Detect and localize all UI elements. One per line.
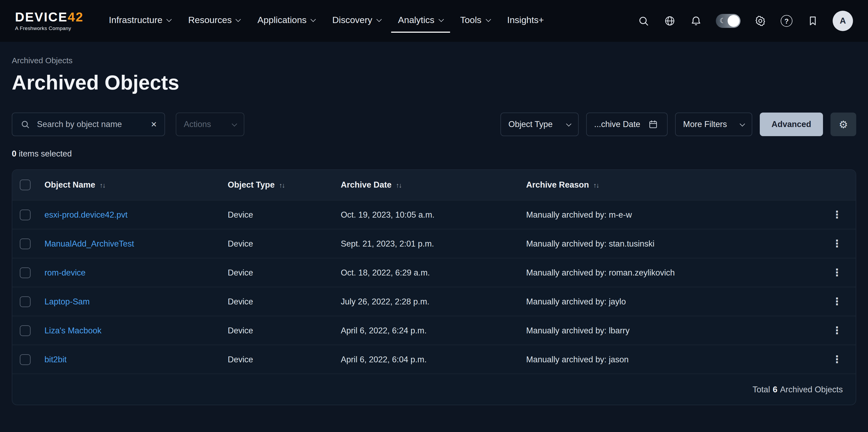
archive-date-cell: Sept. 21, 2023, 2:01 p.m.	[341, 239, 526, 248]
nav-item-tools[interactable]: Tools	[453, 9, 497, 32]
page-title: Archived Objects	[12, 71, 856, 94]
toolbar: ✕ Actions Object Type ...chive Date	[12, 113, 856, 136]
column-label: Archive Reason	[526, 180, 589, 189]
archive-reason-cell: Manually archived by: roman.zeylikovich	[526, 268, 825, 277]
chevron-down-icon	[486, 17, 491, 22]
row-menu-kebab-icon[interactable]: ⋮	[825, 238, 856, 250]
archive-reason-cell: Manually archived by: lbarry	[526, 326, 825, 335]
archive-reason-cell: Manually archived by: m-e-w	[526, 210, 825, 219]
nav-item-label: Applications	[257, 15, 307, 26]
row-menu-kebab-icon[interactable]: ⋮	[825, 209, 856, 221]
nav-item-label: Analytics	[398, 15, 435, 26]
nav-item-label: Infrastructure	[109, 15, 162, 26]
search-icon[interactable]	[637, 14, 650, 27]
select-all-checkbox[interactable]	[20, 180, 31, 190]
logo-text: DEVICE42	[15, 11, 84, 24]
column-header-archive-reason: Archive Reason↑↓	[526, 180, 825, 190]
sort-icon[interactable]: ↑↓	[100, 182, 105, 189]
more-filters-label: More Filters	[683, 120, 727, 129]
archive-reason-cell: Manually archived by: jaylo	[526, 297, 825, 306]
selection-count: 0	[12, 149, 16, 158]
chevron-down-icon	[376, 17, 382, 22]
advanced-button[interactable]: Advanced	[760, 113, 823, 136]
search-input[interactable]	[37, 120, 145, 129]
calendar-icon	[647, 118, 659, 131]
nav-item-resources[interactable]: Resources	[181, 9, 247, 32]
nav-item-infrastructure[interactable]: Infrastructure	[102, 9, 178, 32]
nav-item-label: Tools	[460, 15, 482, 26]
object-name-link[interactable]: Liza's Macbook	[44, 326, 101, 335]
device42-logo[interactable]: DEVICE42 A Freshworks Company	[15, 11, 84, 31]
notifications-bell-icon[interactable]	[689, 14, 703, 27]
clear-search-icon[interactable]: ✕	[150, 119, 158, 130]
app-root: DEVICE42 A Freshworks Company Infrastruc…	[0, 0, 868, 432]
nav-item-discovery[interactable]: Discovery	[325, 9, 388, 32]
object-type-filter[interactable]: Object Type	[500, 113, 579, 136]
logo-text-device: DEVICE	[15, 10, 68, 24]
table-row: esxi-prod.device42.pvt Device Oct. 19, 2…	[12, 200, 856, 229]
table-row: Laptop-Sam Device July 26, 2022, 2:28 p.…	[12, 287, 856, 316]
archive-date-cell: April 6, 2022, 6:04 p.m.	[341, 354, 526, 364]
object-name-link[interactable]: bit2bit	[44, 354, 67, 364]
row-checkbox[interactable]	[20, 267, 31, 278]
archive-date-filter[interactable]: ...chive Date	[586, 113, 668, 136]
filter-group: Object Type ...chive Date More Filters A…	[500, 113, 856, 136]
row-checkbox[interactable]	[20, 209, 31, 220]
theme-toggle-knob	[727, 15, 739, 27]
column-label: Archive Date	[341, 180, 392, 189]
table-settings-button[interactable]: ⚙	[831, 113, 856, 136]
help-icon[interactable]: ?	[780, 14, 793, 27]
chevron-down-icon	[740, 121, 745, 126]
bookmark-icon[interactable]	[806, 14, 819, 27]
chevron-down-icon	[566, 121, 571, 126]
nav-item-applications[interactable]: Applications	[250, 9, 322, 32]
archive-date-cell: April 6, 2022, 6:24 p.m.	[341, 326, 526, 335]
top-navigation-bar: DEVICE42 A Freshworks Company Infrastruc…	[0, 0, 868, 42]
archive-date-cell: July 26, 2022, 2:28 p.m.	[341, 297, 526, 306]
object-name-link[interactable]: rom-device	[44, 268, 86, 277]
column-label: Object Type	[228, 180, 275, 189]
breadcrumb: Archived Objects	[12, 56, 856, 65]
archive-reason-cell: Manually archived by: stan.tusinski	[526, 239, 825, 248]
row-menu-kebab-icon[interactable]: ⋮	[825, 295, 856, 308]
object-name-link[interactable]: Laptop-Sam	[44, 297, 90, 306]
table-row: bit2bit Device April 6, 2022, 6:04 p.m. …	[12, 345, 856, 374]
total-suffix: Archived Objects	[780, 384, 843, 394]
sort-icon[interactable]: ↑↓	[593, 182, 599, 189]
object-name-link[interactable]: esxi-prod.device42.pvt	[44, 210, 127, 219]
sort-icon[interactable]: ↑↓	[279, 182, 284, 189]
theme-toggle[interactable]: ☾	[716, 14, 741, 28]
row-menu-kebab-icon[interactable]: ⋮	[825, 267, 856, 279]
object-type-cell: Device	[228, 354, 341, 364]
actions-dropdown[interactable]: Actions	[176, 113, 244, 136]
column-header-object-name: Object Name↑↓	[44, 180, 228, 190]
row-checkbox[interactable]	[20, 325, 31, 336]
total-prefix: Total	[752, 384, 770, 394]
object-type-cell: Device	[228, 239, 341, 248]
help-question-glyph: ?	[781, 15, 793, 27]
row-menu-kebab-icon[interactable]: ⋮	[825, 353, 856, 366]
row-checkbox[interactable]	[20, 354, 31, 365]
row-checkbox[interactable]	[20, 238, 31, 249]
chevron-down-icon	[236, 17, 241, 22]
logo-text-42: 42	[68, 10, 84, 24]
archive-reason-cell: Manually archived by: jason	[526, 354, 825, 364]
settings-gear-icon[interactable]	[754, 14, 767, 27]
object-type-cell: Device	[228, 326, 341, 335]
row-menu-kebab-icon[interactable]: ⋮	[825, 324, 856, 337]
actions-dropdown-label: Actions	[184, 120, 211, 129]
nav-item-insights[interactable]: Insights+	[500, 9, 551, 32]
table-header-row: Object Name↑↓ Object Type↑↓ Archive Date…	[12, 170, 856, 200]
sort-icon[interactable]: ↑↓	[396, 182, 402, 189]
archived-objects-table: Object Name↑↓ Object Type↑↓ Archive Date…	[12, 169, 856, 405]
user-avatar[interactable]: A	[833, 11, 853, 31]
nav-item-analytics[interactable]: Analytics	[391, 9, 450, 32]
row-checkbox[interactable]	[20, 296, 31, 307]
archive-date-cell: Oct. 19, 2023, 10:05 a.m.	[341, 210, 526, 219]
more-filters-dropdown[interactable]: More Filters	[675, 113, 752, 136]
globe-icon[interactable]	[663, 14, 676, 27]
object-name-link[interactable]: ManualAdd_ArchiveTest	[44, 239, 134, 248]
total-count: 6	[773, 384, 777, 394]
main-nav: Infrastructure Resources Applications Di…	[102, 9, 551, 32]
object-type-filter-label: Object Type	[508, 120, 553, 129]
